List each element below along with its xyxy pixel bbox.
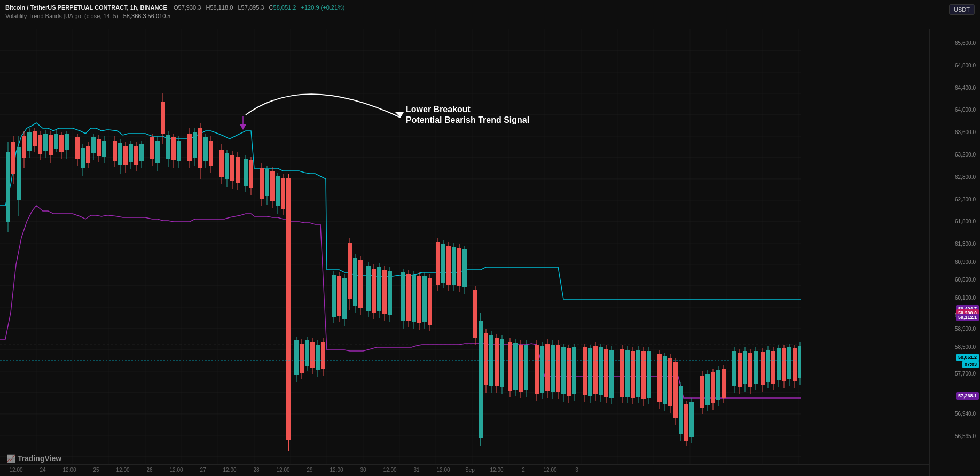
svg-rect-97	[155, 141, 160, 163]
time-label-1200-sep: 12:00	[483, 467, 510, 473]
svg-rect-155	[332, 275, 336, 317]
svg-rect-265	[668, 358, 672, 406]
svg-rect-167	[366, 266, 371, 311]
svg-rect-231	[561, 347, 566, 394]
svg-rect-229	[556, 345, 560, 392]
svg-rect-195	[452, 247, 456, 285]
chart-info-line1: Bitcoin / TetherUS PERPETUAL CONTRACT, 1…	[5, 3, 975, 12]
price-label-63600: 63,600.0	[955, 129, 976, 135]
time-axis: 12:00 24 12:00 25 12:00 26 12:00 27 12:0…	[0, 464, 929, 476]
svg-rect-307	[793, 348, 797, 381]
main-chart: Lower Breakout Potential Bearish Trend S…	[0, 29, 801, 476]
svg-rect-281	[716, 370, 720, 400]
svg-rect-251	[625, 350, 630, 397]
price-label-61800: 61,800.0	[955, 219, 976, 224]
svg-rect-285	[732, 351, 736, 386]
c-val: 58,051.2	[273, 4, 296, 11]
price-band-lower: 59,112.1	[956, 314, 979, 321]
svg-rect-227	[551, 345, 555, 392]
svg-rect-173	[382, 270, 387, 314]
time-label-1200-24: 12:00	[56, 467, 83, 473]
svg-rect-245	[604, 349, 608, 397]
svg-rect-81	[102, 141, 106, 157]
svg-rect-283	[722, 369, 726, 398]
time-label-27: 27	[190, 467, 216, 473]
price-label-58500: 58,500.0	[955, 344, 976, 349]
time-label-24: 24	[29, 467, 56, 473]
tradingview-logo: 📈 TradingView	[6, 454, 61, 463]
current-time-label: 07:03	[962, 361, 979, 368]
svg-rect-211	[500, 339, 504, 387]
o-val: 57,930.3	[178, 4, 201, 11]
svg-rect-299	[771, 351, 775, 384]
svg-rect-67	[59, 135, 64, 152]
svg-rect-247	[609, 350, 614, 398]
svg-rect-49	[11, 142, 15, 174]
svg-rect-253	[631, 351, 635, 398]
price-label-60100: 60,100.0	[955, 294, 976, 300]
time-label-sep: Sep	[457, 467, 483, 473]
time-label-31: 31	[403, 467, 430, 473]
time-label-1200-29: 12:00	[323, 467, 350, 473]
svg-rect-71	[75, 137, 80, 159]
svg-rect-177	[401, 272, 405, 321]
svg-rect-187	[428, 278, 432, 325]
time-label-25: 25	[83, 467, 109, 473]
svg-rect-65	[54, 134, 58, 149]
svg-rect-151	[316, 345, 320, 370]
chart-container: Bitcoin / TetherUS PERPETUAL CONTRACT, 1…	[0, 0, 980, 476]
svg-rect-111	[198, 128, 202, 168]
time-label-1200-30: 12:00	[377, 467, 403, 473]
svg-rect-189	[436, 242, 440, 285]
svg-rect-217	[519, 345, 523, 392]
svg-rect-75	[86, 146, 90, 163]
svg-rect-209	[495, 338, 499, 386]
time-label-1200-25: 12:00	[109, 467, 136, 473]
time-label-1200-start: 12:00	[3, 467, 29, 473]
svg-rect-51	[17, 147, 21, 200]
svg-rect-77	[91, 137, 96, 153]
svg-rect-291	[748, 353, 752, 387]
time-label-28: 28	[243, 467, 270, 473]
l-val: 57,895.3	[241, 4, 264, 11]
price-label-64000: 64,000.0	[955, 107, 976, 113]
svg-rect-183	[417, 276, 421, 323]
price-label-60900: 60,900.0	[955, 259, 976, 264]
price-label-60500: 60,500.0	[955, 277, 976, 283]
svg-rect-297	[766, 350, 770, 382]
svg-rect-287	[738, 353, 742, 387]
c-label: C	[269, 4, 273, 11]
svg-rect-89	[129, 144, 133, 162]
svg-rect-207	[489, 335, 493, 386]
svg-rect-303	[782, 348, 786, 381]
svg-rect-139	[281, 178, 285, 209]
svg-rect-261	[657, 354, 662, 402]
svg-rect-215	[513, 343, 518, 390]
time-label-30: 30	[350, 467, 377, 473]
price-label-61300: 61,300.0	[955, 241, 976, 247]
chart-info-line2: Volatility Trend Bands [UAlgo] (close, 1…	[5, 12, 975, 20]
svg-rect-127	[244, 159, 248, 186]
svg-rect-193	[446, 246, 451, 285]
svg-rect-269	[679, 386, 683, 434]
svg-rect-137	[276, 176, 280, 206]
price-label-56940: 56,940.0	[955, 410, 976, 416]
svg-rect-271	[684, 404, 688, 441]
indicator-name: Volatility Trend Bands [UAlgo] (close, 1…	[5, 13, 119, 19]
svg-rect-147	[305, 340, 309, 366]
svg-rect-163	[353, 258, 357, 306]
svg-rect-267	[673, 362, 678, 418]
svg-rect-79	[97, 139, 101, 156]
time-label-1200-26: 12:00	[163, 467, 190, 473]
svg-rect-53	[22, 136, 26, 158]
price-label-57700: 57,700.0	[955, 370, 976, 376]
svg-rect-113	[203, 137, 208, 161]
svg-rect-105	[177, 141, 181, 161]
svg-rect-141	[286, 178, 291, 440]
svg-rect-255	[636, 350, 640, 397]
svg-text:Potential Bearish Trend Signal: Potential Bearish Trend Signal	[406, 115, 529, 124]
svg-rect-63	[49, 135, 53, 155]
time-label-3: 3	[563, 467, 590, 473]
svg-rect-85	[118, 143, 122, 165]
price-label-64800: 64,800.0	[955, 62, 976, 68]
